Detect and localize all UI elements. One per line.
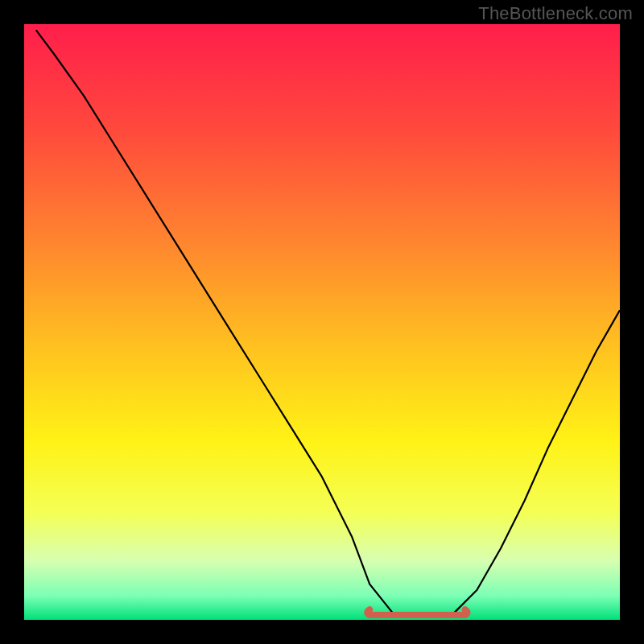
chart-frame: TheBottleneck.com <box>0 0 644 644</box>
watermark-text: TheBottleneck.com <box>478 3 633 24</box>
chart-svg <box>0 0 644 644</box>
plot-background <box>24 24 620 620</box>
